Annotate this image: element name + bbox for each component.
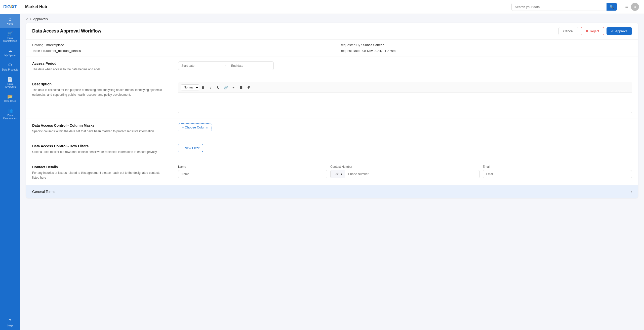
name-col: Name: [178, 165, 327, 178]
clear-format-button[interactable]: T: [245, 84, 252, 91]
app-logo: DIGIXT: [0, 0, 20, 14]
sidebar-item-label: Data Playground: [1, 83, 19, 88]
end-date-input[interactable]: [228, 62, 272, 70]
data-governance-icon: 👥: [7, 109, 13, 113]
row-filters-title: Data Access Control - Row Filters: [32, 144, 163, 148]
editor-content-area[interactable]: [178, 93, 632, 113]
topbar: Market Hub 🔍 ≡ O: [20, 0, 644, 14]
sidebar-item-label: Data Docs: [4, 100, 16, 103]
logo-text: DIGIXT: [3, 4, 17, 10]
home-breadcrumb-icon[interactable]: ⌂: [26, 17, 28, 21]
sidebar-item-label: Data Products: [2, 68, 18, 71]
table-item: Table : customer_account_details: [32, 49, 325, 53]
editor-box: Normal B I U 🔗 ≡ ☰ T: [178, 82, 632, 113]
editor-toolbar: Normal B I U 🔗 ≡ ☰ T: [178, 82, 632, 93]
contact-details-desc: For any inquries or issues related to th…: [32, 171, 163, 180]
sidebar-item-data-marketplace[interactable]: 🛒 Data Marketplace: [0, 28, 20, 45]
date-range-arrow: →: [222, 64, 228, 68]
approve-checkmark-icon: ✔: [611, 29, 614, 33]
general-terms-section[interactable]: General Terms ›: [26, 185, 638, 198]
breadcrumb: ⌂ > Approvals: [20, 14, 644, 23]
italic-button[interactable]: I: [207, 84, 214, 91]
reject-button[interactable]: ✕ Reject: [581, 27, 604, 35]
phone-row: +971 ▾: [330, 170, 479, 178]
link-button[interactable]: 🔗: [222, 84, 229, 91]
name-label: Name: [178, 165, 327, 169]
requested-by-label: Requested By: [340, 43, 360, 47]
contact-number-label: Contact Number: [330, 165, 479, 169]
phone-col: Contact Number +971 ▾: [330, 165, 479, 178]
access-period-title: Access Period: [32, 61, 163, 65]
my-space-icon: ☁: [8, 48, 12, 53]
access-period-right: → 📅: [178, 61, 632, 70]
catalog-value: : marketplace: [45, 43, 64, 47]
phone-input[interactable]: [345, 170, 479, 178]
data-playground-icon: 📄: [7, 77, 13, 82]
search-input[interactable]: [512, 4, 607, 10]
search-bar: 🔍: [511, 3, 617, 11]
sidebar-item-my-space[interactable]: ☁ My Space: [0, 45, 20, 60]
name-input[interactable]: [178, 170, 327, 178]
breadcrumb-separator: >: [30, 17, 32, 21]
new-filter-button[interactable]: + New Filter: [178, 144, 203, 152]
request-date-value: : 08 Nov 2024, 11:27am: [361, 49, 396, 53]
sidebar-item-home[interactable]: ⌂ Home: [0, 14, 20, 28]
row-filters-desc: Criteria used to filter out rows that co…: [32, 150, 163, 154]
unordered-list-button[interactable]: ☰: [237, 84, 245, 91]
card-header: Data Access Approval Workflow Cancel ✕ R…: [26, 23, 638, 40]
meta-right: Requested By : Suhas Saheer Request Date…: [340, 43, 632, 53]
description-editor: Normal B I U 🔗 ≡ ☰ T: [178, 82, 632, 113]
access-period-desc: The date when access to the data begins …: [32, 67, 163, 72]
marketplace-icon: 🛒: [7, 31, 13, 36]
meta-info: Catalog : marketplace Table : customer_a…: [26, 40, 638, 56]
notifications-icon[interactable]: ≡: [625, 4, 628, 10]
sidebar-item-data-docs[interactable]: 📂 Data Docs: [0, 91, 20, 106]
date-range-picker: → 📅: [178, 61, 274, 70]
main-area: Market Hub 🔍 ≡ O ⌂ > Approvals Data Acce…: [20, 0, 644, 330]
data-docs-icon: 📂: [7, 94, 13, 99]
phone-prefix[interactable]: +971 ▾: [330, 170, 345, 178]
hub-title: Market Hub: [25, 5, 47, 9]
sidebar-item-label: Data Governance: [1, 114, 19, 120]
email-label: Email: [483, 165, 632, 169]
column-masks-title: Data Access Control - Column Masks: [32, 123, 163, 127]
underline-button[interactable]: U: [215, 84, 222, 91]
contact-details-section: Contact Details For any inquries or issu…: [26, 160, 638, 185]
chevron-right-icon: ›: [631, 189, 632, 194]
sidebar-item-label: My Space: [5, 54, 16, 57]
avatar[interactable]: O: [631, 3, 639, 11]
requested-by-value: : Suhas Saheer: [361, 43, 384, 47]
phone-prefix-chevron: ▾: [341, 172, 342, 176]
meta-left: Catalog : marketplace Table : customer_a…: [32, 43, 325, 53]
search-button[interactable]: 🔍: [607, 3, 617, 11]
sidebar-item-data-products[interactable]: ⚙ Data Products: [0, 60, 20, 74]
approval-card: Data Access Approval Workflow Cancel ✕ R…: [26, 23, 638, 198]
calendar-icon[interactable]: 📅: [272, 62, 274, 70]
bold-button[interactable]: B: [200, 84, 207, 91]
page-title: Data Access Approval Workflow: [32, 28, 101, 34]
column-masks-left: Data Access Control - Column Masks Speci…: [32, 123, 163, 134]
description-body: The data is collected for the purpose of…: [32, 88, 163, 97]
contact-details-left: Contact Details For any inquries or issu…: [32, 165, 163, 180]
sidebar-item-data-governance[interactable]: 👥 Data Governance: [0, 106, 20, 123]
access-period-section: Access Period The date when access to th…: [26, 56, 638, 77]
start-date-input[interactable]: [178, 62, 222, 70]
reject-x-icon: ✕: [586, 29, 588, 33]
cancel-button[interactable]: Cancel: [558, 27, 578, 35]
choose-column-button[interactable]: + Choose Column: [178, 123, 212, 131]
access-period-left: Access Period The date when access to th…: [32, 61, 163, 72]
column-masks-section: Data Access Control - Column Masks Speci…: [26, 118, 638, 139]
sidebar-item-data-playground[interactable]: 📄 Data Playground: [0, 74, 20, 91]
approve-label: Approve: [615, 29, 627, 33]
request-date-item: Request Date : 08 Nov 2024, 11:27am: [340, 49, 632, 53]
sidebar: DIGIXT ⌂ Home 🛒 Data Marketplace ☁ My Sp…: [0, 0, 20, 330]
requested-by-item: Requested By : Suhas Saheer: [340, 43, 632, 47]
ordered-list-button[interactable]: ≡: [230, 84, 237, 91]
sidebar-item-help[interactable]: ? Help: [0, 316, 20, 330]
approve-button[interactable]: ✔ Approve: [607, 27, 632, 35]
row-filters-section: Data Access Control - Row Filters Criter…: [26, 139, 638, 160]
email-input[interactable]: [483, 170, 632, 178]
help-icon: ?: [9, 319, 11, 323]
format-select[interactable]: Normal: [181, 84, 199, 90]
request-date-label: Request Date: [340, 49, 360, 53]
